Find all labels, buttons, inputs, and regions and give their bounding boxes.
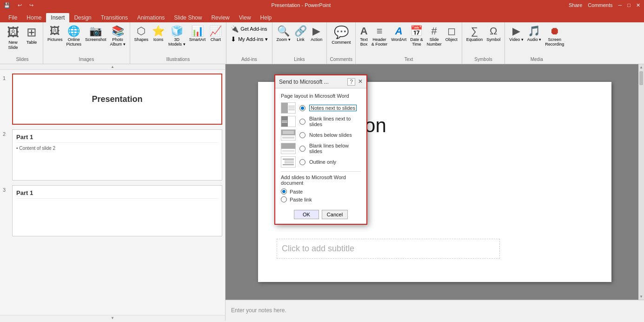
- dialog-titlebar: Send to Microsoft ... ? ✕: [275, 75, 366, 88]
- option-icon-notes-next: [281, 102, 296, 114]
- dialog-title: Send to Microsoft ...: [279, 79, 329, 85]
- option-paste-link[interactable]: Paste link: [281, 196, 361, 202]
- radio-blank-lines-below: [299, 146, 305, 152]
- option-icon-outline-only: [281, 156, 296, 168]
- option-label-paste: Paste: [290, 189, 303, 195]
- radio-outline-only: [299, 159, 305, 165]
- dialog-body: Page layout in Microsoft Word Notes next…: [275, 88, 366, 207]
- dialog-footer: OK Cancel: [275, 207, 366, 224]
- radio-paste: [281, 188, 287, 195]
- dialog-cancel-button[interactable]: Cancel: [322, 210, 348, 219]
- dialog-section2-label: Add slides to Microsoft Word document: [281, 174, 361, 186]
- radio-notes-below: [299, 132, 305, 138]
- dialog-divider: [281, 171, 361, 172]
- dialog-overlay: Send to Microsoft ... ? ✕ Page layout in…: [0, 0, 644, 322]
- option-label-paste-link: Paste link: [290, 197, 312, 202]
- dialog-section1-label: Page layout in Microsoft Word: [281, 93, 361, 99]
- dialog-controls: ? ✕: [347, 78, 363, 86]
- radio-notes-next: [299, 105, 305, 111]
- radio-paste-link: [281, 196, 287, 202]
- option-paste[interactable]: Paste: [281, 188, 361, 195]
- option-notes-below[interactable]: Notes below slides: [281, 129, 361, 141]
- dialog-help-button[interactable]: ?: [347, 78, 355, 86]
- option-icon-blank-lines-below: [281, 143, 296, 154]
- option-notes-next[interactable]: Notes next to slides: [281, 102, 361, 114]
- dialog-ok-button[interactable]: OK: [294, 210, 319, 219]
- option-label-blank-lines-next: Blank lines next to slides: [309, 116, 361, 127]
- option-icon-notes-below: [281, 129, 296, 141]
- option-label-outline-only: Outline only: [309, 159, 336, 165]
- radio-blank-lines-next: [299, 119, 305, 125]
- option-label-notes-below: Notes below slides: [309, 132, 352, 138]
- send-to-word-dialog: Send to Microsoft ... ? ✕ Page layout in…: [274, 74, 367, 225]
- option-outline-only[interactable]: Outline only: [281, 156, 361, 168]
- option-blank-lines-next[interactable]: Blank lines next to slides: [281, 116, 361, 127]
- option-blank-lines-below[interactable]: Blank lines below slides: [281, 143, 361, 154]
- option-label-notes-next: Notes next to slides: [309, 105, 357, 111]
- option-icon-blank-lines-next: [281, 116, 296, 127]
- dialog-close-button[interactable]: ✕: [358, 78, 363, 86]
- option-label-blank-lines-below: Blank lines below slides: [309, 143, 361, 154]
